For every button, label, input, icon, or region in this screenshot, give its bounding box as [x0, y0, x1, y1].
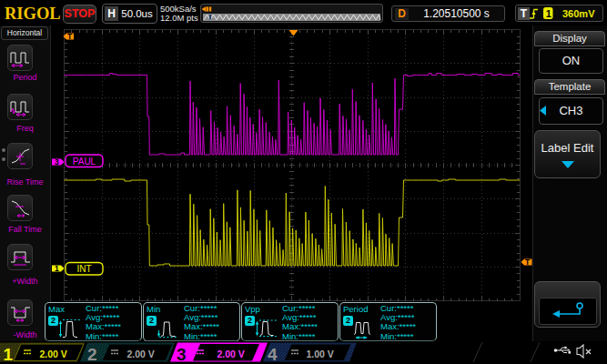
- svg-text:1: 1: [4, 345, 14, 364]
- svg-text:1.00 V: 1.00 V: [307, 349, 334, 359]
- svg-text:1: 1: [546, 8, 551, 19]
- svg-text:T: T: [67, 32, 73, 41]
- svg-text:T: T: [525, 258, 531, 267]
- svg-text:INT: INT: [76, 264, 91, 274]
- svg-text:2.00 V: 2.00 V: [40, 349, 67, 359]
- svg-text:2.00 V: 2.00 V: [127, 349, 155, 359]
- svg-text:3: 3: [55, 157, 59, 167]
- svg-text:2.00 V: 2.00 V: [218, 349, 245, 359]
- svg-text:3: 3: [177, 345, 187, 364]
- svg-text:1: 1: [55, 264, 59, 273]
- svg-text:4: 4: [268, 345, 278, 364]
- svg-text:2: 2: [87, 345, 97, 364]
- svg-text:PAUL: PAUL: [73, 157, 96, 167]
